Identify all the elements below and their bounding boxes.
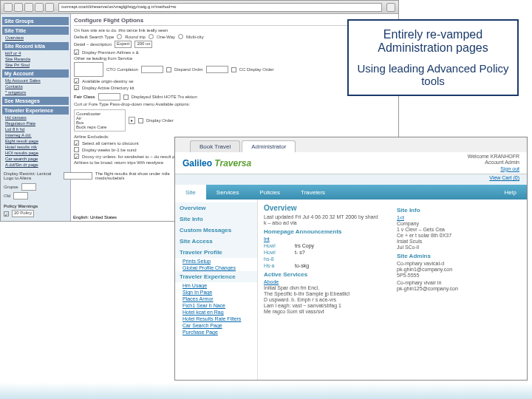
opt-select3[interactable] <box>206 66 228 73</box>
arrow-btn[interactable]: ▸ <box>129 117 135 124</box>
nav-travelers[interactable]: Travelers <box>290 185 335 200</box>
sidebar-item[interactable]: Regulaion Pate <box>2 120 69 126</box>
active-services-hdr: Active Services <box>264 271 388 278</box>
restrict-select[interactable] <box>64 172 92 180</box>
side-overview[interactable]: Overview <box>175 202 257 214</box>
side-link[interactable]: Hm Usage <box>175 282 257 289</box>
sidebar-item[interactable]: Hotel results ntk <box>2 144 69 150</box>
premium-checkbox[interactable] <box>74 50 79 55</box>
sidebar-item[interactable]: Ltd 8 lt hd <box>2 126 69 132</box>
sidebar-item[interactable]: Site Rwanda <box>2 56 69 62</box>
sidebar-item[interactable]: Contacts <box>2 83 69 89</box>
airline-chk3[interactable] <box>74 154 79 159</box>
old-sel[interactable] <box>13 192 28 200</box>
side-link[interactable]: Hotel Results Rate Filters <box>175 316 257 322</box>
sidebar-item[interactable]: Site Pri Stsd <box>2 62 69 68</box>
back-icon[interactable] <box>4 3 13 12</box>
side-traveler-profile[interactable]: Traveler Profile <box>175 247 257 258</box>
group-sel[interactable] <box>21 183 36 191</box>
policy-sel[interactable]: 20 Policy <box>12 210 34 217</box>
airline-chk2[interactable] <box>74 147 79 152</box>
radio-multicity[interactable] <box>178 34 183 39</box>
browser-toolbar: comrapt.cca/clt/reserve/on/vraglgl/stgy/… <box>1 1 398 14</box>
sidebar-item[interactable]: HOI results page <box>2 150 69 156</box>
side-custom-msgs[interactable]: Custom Messages <box>175 225 257 236</box>
radio-roundtrip[interactable] <box>117 34 122 39</box>
callout-line2: Using leading Advanced Policy tools <box>355 62 511 87</box>
expert-select[interactable]: Expert <box>115 41 132 48</box>
welcome-block: Welcome KRANHOFR Account Admin Sign out <box>468 154 519 172</box>
sidebar-hdr: Site Groups <box>2 17 69 25</box>
side-link[interactable]: Global Profile Changes <box>175 265 257 271</box>
sidebar-hdr: Site Record kit/a <box>2 42 69 50</box>
disporder-checkbox[interactable] <box>231 67 236 72</box>
side-traveler-exp[interactable]: Traveler Experience <box>175 271 257 282</box>
go-icon[interactable] <box>386 3 395 12</box>
nav-policies[interactable]: Policies <box>249 185 290 200</box>
carrier-header: Curt or Fore Type Pass-drop-down menu Av… <box>74 102 395 106</box>
nav-services[interactable]: Services <box>206 185 250 200</box>
directory-checkbox[interactable] <box>74 85 79 90</box>
fair-select[interactable] <box>98 93 120 100</box>
tab-book-travel[interactable]: Book Travel <box>190 140 240 152</box>
side-siteinfo[interactable]: Site Info <box>175 214 257 225</box>
side-link[interactable]: Prints Setup <box>175 258 257 265</box>
nav-site[interactable]: Site <box>175 185 206 200</box>
app-header: Galileo Traversa Welcome KRANHOFR Accoun… <box>175 152 527 174</box>
search-type-label: Default Search Type <box>74 35 114 39</box>
reload-icon[interactable] <box>24 3 33 12</box>
sidebar-item[interactable]: Car search page <box>2 156 69 162</box>
forward-icon[interactable] <box>14 3 23 12</box>
legacy-footer-extra: Display Restrict: Lentcal Logo to Altera… <box>4 170 174 219</box>
signout-link[interactable]: Sign out <box>500 166 519 171</box>
fair-class-label: Fair Class <box>74 95 95 99</box>
sidebar-item[interactable]: kit/f or 4 <box>2 50 69 56</box>
side-site-access[interactable]: Site Access <box>175 236 257 247</box>
services-link[interactable]: Abode <box>264 279 388 284</box>
tab-administrator[interactable]: Administrator <box>242 140 296 152</box>
disporder-checkbox2[interactable] <box>138 118 143 123</box>
expert-label: Detail – description <box>74 42 112 47</box>
side-link[interactable]: Fich1 Sear h Nace <box>175 302 257 309</box>
sidebar-item[interactable]: Overview <box>2 35 69 41</box>
sidebar-item[interactable]: Hd canoes <box>2 115 69 120</box>
airline-chk1[interactable] <box>74 140 79 146</box>
avail-checkbox[interactable] <box>74 78 79 83</box>
dispand-checkbox[interactable] <box>166 67 171 72</box>
fair-checkbox[interactable] <box>123 95 129 100</box>
opt-select2[interactable] <box>141 66 163 73</box>
url-bar[interactable]: comrapt.cca/clt/reserve/on/vraglgl/stgy/… <box>58 3 382 12</box>
expert-num[interactable]: 200 us <box>134 41 152 48</box>
sidebar-hdr: Traveler Experience <box>2 106 69 115</box>
overview-column: Overview Last updated Fri Jul 4 06 20 32… <box>264 204 388 375</box>
sidebar-item[interactable]: Interreg A dd. <box>2 132 69 138</box>
side-link[interactable]: Sign In Page <box>175 289 257 296</box>
announcements-hdr: Homepage Announcements <box>264 228 388 235</box>
radio-oneway[interactable] <box>149 34 154 39</box>
sidebar-hdr: My Account <box>2 69 69 78</box>
carrier-listbox[interactable]: Courebooter Air Bus Buck reps Care <box>74 109 126 132</box>
sidebar-item[interactable]: * snigators <box>2 89 69 95</box>
sidebar-hdr: Site Title <box>2 27 69 35</box>
view-cart-link[interactable]: View Cart (0) <box>489 175 519 180</box>
sidebar-item[interactable]: A dd/Stn dr page <box>2 162 69 168</box>
announcements-link[interactable]: Int <box>264 236 388 242</box>
app-logo: Galileo Traversa <box>183 158 251 168</box>
sidebar-item[interactable]: Eight result page <box>2 138 69 144</box>
side-link[interactable]: Hotel kcat en Rag <box>175 309 257 316</box>
new-admin-window: Book Travel Administrator Galileo Traver… <box>174 137 528 381</box>
opt-select[interactable] <box>74 62 103 77</box>
site-admins-hdr: Site Admins <box>397 253 521 259</box>
feature-callout: Entirely re-vamped Administration pages … <box>347 19 519 96</box>
nav-help[interactable]: Help <box>494 185 527 200</box>
policy-chk[interactable] <box>4 211 9 216</box>
side-link[interactable]: Purchase Page <box>175 329 257 335</box>
cart-bar: View Cart (0) <box>175 174 527 185</box>
edit-link[interactable]: 1<t <box>397 215 521 220</box>
stop-icon[interactable] <box>35 3 44 12</box>
side-link[interactable]: Car Search Page <box>175 322 257 329</box>
home-icon[interactable] <box>45 3 54 12</box>
sidebar-item[interactable]: My Account Sales <box>2 78 69 83</box>
side-link[interactable]: Places Armor <box>175 296 257 302</box>
main-nav: Site Services Policies Travelers Help <box>175 185 527 200</box>
